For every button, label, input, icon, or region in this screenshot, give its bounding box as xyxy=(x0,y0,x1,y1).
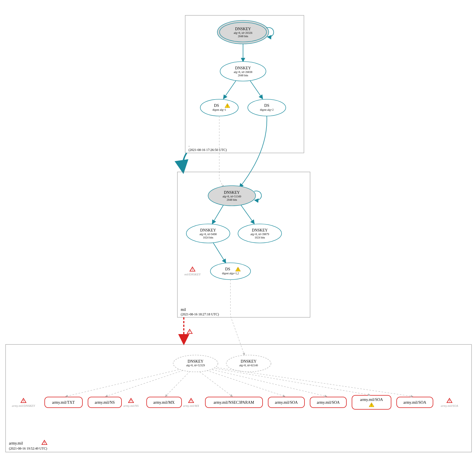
svg-text:!: ! xyxy=(237,268,238,271)
zone-mil-ts: (2021-08-16 18:27:18 UTC) xyxy=(181,312,219,316)
svg-text:2048 bits: 2048 bits xyxy=(238,35,248,38)
svg-text:!: ! xyxy=(130,400,131,403)
edge-rootzsk-ds1 xyxy=(223,81,236,99)
svg-text:DNSKEY: DNSKEY xyxy=(235,27,251,31)
svg-point-42 xyxy=(226,355,271,372)
zone-army-name: army.mil xyxy=(9,441,23,445)
dnssec-graph: . (2021-08-16 17:26:50 UTC) DNSKEY alg=8… xyxy=(0,0,476,463)
rrset-row: ! army.mil/DNSKEY army.mil/TXT army.mil/… xyxy=(12,368,458,409)
svg-text:army.mil/SOA: army.mil/SOA xyxy=(360,398,383,402)
zone-army: army.mil (2021-08-16 19:52:49 UTC) ! DNS… xyxy=(6,344,472,452)
svg-point-10 xyxy=(200,99,238,116)
svg-text:DS: DS xyxy=(264,103,269,108)
error-icon: ! xyxy=(447,398,452,403)
svg-text:DNSKEY: DNSKEY xyxy=(200,228,216,232)
rrset-box[interactable]: army.mil/SOA ! xyxy=(352,395,391,409)
edge-milksk-zsk1 xyxy=(212,205,223,224)
node-mil-zsk2[interactable]: DNSKEY alg=8, id=39879 1024 bits xyxy=(238,224,282,243)
rrset-box[interactable]: army.mil/MX xyxy=(147,397,182,408)
svg-text:DNSKEY: DNSKEY xyxy=(241,359,257,363)
svg-text:army.mil/SOA: army.mil/SOA xyxy=(441,404,458,407)
svg-text:army.mil/SOA: army.mil/SOA xyxy=(403,400,427,405)
svg-text:!: ! xyxy=(227,105,228,108)
svg-text:alg=8, id=26838: alg=8, id=26838 xyxy=(234,70,252,74)
svg-point-39 xyxy=(173,355,218,372)
node-mil-ds[interactable]: DS digest algs=1,2 ! xyxy=(210,263,251,280)
node-mil-ksk[interactable]: DNSKEY alg=8, id=51349 2048 bits xyxy=(208,186,261,206)
rrset-box[interactable]: army.mil/NS xyxy=(88,397,122,408)
zone-root: . (2021-08-16 17:26:50 UTC) DNSKEY alg=8… xyxy=(185,15,304,153)
node-root-zsk[interactable]: DNSKEY alg=8, id=26838 2048 bits xyxy=(220,62,266,81)
svg-text:digest alg=1: digest alg=1 xyxy=(212,108,226,111)
svg-text:2048 bits: 2048 bits xyxy=(227,198,237,201)
edge-milzsk1-ds xyxy=(213,243,226,263)
rrset-box[interactable]: army.mil/SOA xyxy=(268,397,304,408)
node-root-ksk[interactable]: DNSKEY alg=8, id=20326 2048 bits xyxy=(217,20,274,44)
svg-text:army.mil/MX: army.mil/MX xyxy=(183,404,199,407)
svg-text:!: ! xyxy=(371,404,372,407)
error-icon: ! xyxy=(189,398,194,403)
svg-text:army.mil/NS: army.mil/NS xyxy=(123,404,139,407)
rrset-box[interactable]: army.mil/SOA xyxy=(310,397,346,408)
node-army-key1[interactable]: DNSKEY alg=8, id=52329 xyxy=(173,355,218,372)
svg-text:!: ! xyxy=(192,268,193,271)
svg-text:alg=8, id=62140: alg=8, id=62140 xyxy=(239,364,258,367)
svg-text:army.mil/SOA: army.mil/SOA xyxy=(317,400,340,405)
svg-text:!: ! xyxy=(449,400,450,403)
svg-text:alg=8, id=9498: alg=8, id=9498 xyxy=(199,233,216,236)
svg-text:mil/DNSKEY: mil/DNSKEY xyxy=(184,273,201,276)
svg-text:army.mil/NS: army.mil/NS xyxy=(95,400,115,405)
svg-text:1024 bits: 1024 bits xyxy=(255,236,265,239)
edge-ds2-milksk xyxy=(240,116,267,187)
rrset-box[interactable]: army.mil/NSEC3PARAM xyxy=(205,397,263,408)
svg-text:DS: DS xyxy=(225,267,230,271)
svg-text:!: ! xyxy=(191,400,191,403)
svg-text:!: ! xyxy=(23,400,24,403)
svg-text:DS: DS xyxy=(214,103,219,108)
edge-rootzsk-ds2 xyxy=(250,81,263,99)
zone-root-name: . xyxy=(189,143,190,147)
svg-text:army.mil/MX: army.mil/MX xyxy=(153,400,175,405)
svg-point-30 xyxy=(210,263,251,280)
node-army-key2[interactable]: DNSKEY alg=8, id=62140 xyxy=(226,355,271,372)
svg-text:alg=8, id=39879: alg=8, id=39879 xyxy=(251,233,269,236)
zone-mil-name: mil xyxy=(181,308,186,312)
error-mil-dnskey: ! xyxy=(190,267,195,271)
svg-text:DNSKEY: DNSKEY xyxy=(252,228,268,232)
svg-text:army.mil/DNSKEY: army.mil/DNSKEY xyxy=(12,404,36,407)
svg-text:alg=8, id=51349: alg=8, id=51349 xyxy=(223,195,241,198)
node-root-ds1[interactable]: DS digest alg=1 ! xyxy=(200,99,238,116)
zone-army-ts: (2021-08-16 19:52:49 UTC) xyxy=(9,447,47,450)
svg-text:alg=8, id=20326: alg=8, id=20326 xyxy=(234,31,252,34)
svg-point-14 xyxy=(248,99,286,116)
zone-root-ts: (2021-08-16 17:26:50 UTC) xyxy=(189,148,227,152)
rrset-box[interactable]: army.mil/SOA xyxy=(397,397,433,408)
svg-text:!: ! xyxy=(44,441,45,445)
svg-text:digest algs=1,2: digest algs=1,2 xyxy=(222,272,239,275)
svg-text:DNSKEY: DNSKEY xyxy=(224,190,240,195)
error-icon: ! xyxy=(21,398,26,403)
error-icon: ! xyxy=(128,398,134,403)
node-mil-zsk1[interactable]: DNSKEY alg=8, id=9498 1024 bits xyxy=(186,224,230,243)
zone-mil: mil (2021-08-16 18:27:18 UTC) DNSKEY alg… xyxy=(177,172,310,317)
delegation-root-mil xyxy=(183,153,187,171)
svg-text:DNSKEY: DNSKEY xyxy=(235,66,251,70)
svg-text:!: ! xyxy=(189,330,190,334)
error-icon: ! xyxy=(42,440,47,445)
svg-text:DNSKEY: DNSKEY xyxy=(188,359,204,363)
svg-text:1024 bits: 1024 bits xyxy=(203,236,213,239)
svg-text:alg=8, id=52329: alg=8, id=52329 xyxy=(186,364,205,367)
node-root-ds2[interactable]: DS digest alg=2 xyxy=(248,99,286,116)
rrset-box[interactable]: army.mil/TXT xyxy=(45,397,82,408)
svg-text:army.mil/TXT: army.mil/TXT xyxy=(52,400,75,405)
svg-text:army.mil/SOA: army.mil/SOA xyxy=(275,400,298,405)
svg-text:2048 bits: 2048 bits xyxy=(238,74,248,77)
edge-milksk-zsk2 xyxy=(241,205,254,224)
svg-text:army.mil/NSEC3PARAM: army.mil/NSEC3PARAM xyxy=(213,400,254,405)
error-icon: ! xyxy=(187,329,192,334)
svg-text:digest alg=2: digest alg=2 xyxy=(260,108,273,111)
